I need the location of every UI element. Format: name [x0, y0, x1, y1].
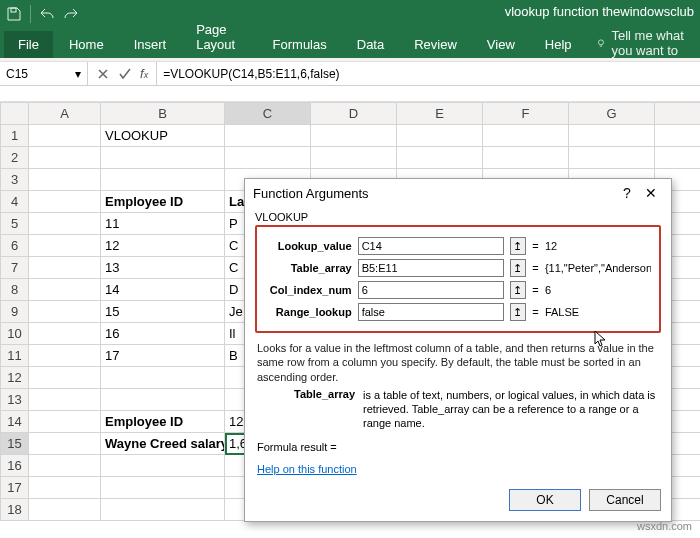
row-8[interactable]: 8	[1, 279, 29, 301]
cell-B1[interactable]: VLOOKUP	[101, 125, 225, 147]
formula-result: Formula result =	[257, 441, 659, 453]
arg-result-range-lookup: FALSE	[545, 306, 651, 318]
row-5[interactable]: 5	[1, 213, 29, 235]
close-icon[interactable]: ✕	[639, 185, 663, 201]
arguments-box: Lookup_value ↥ = 12 Table_array ↥ = {11,…	[255, 225, 661, 333]
arg-label-col-index: Col_index_num	[265, 284, 352, 296]
col-A[interactable]: A	[29, 103, 101, 125]
tab-file[interactable]: File	[4, 31, 53, 58]
formula-text: =VLOOKUP(C14,B5:E11,6,false)	[163, 67, 339, 81]
help-link[interactable]: Help on this function	[257, 463, 357, 475]
cell-B6[interactable]: 12	[101, 235, 225, 257]
param-name: Table_array	[257, 388, 355, 431]
col-G[interactable]: G	[569, 103, 655, 125]
arg-label-lookup-value: Lookup_value	[265, 240, 352, 252]
row-15[interactable]: 15	[1, 433, 29, 455]
function-description: Looks for a value in the leftmost column…	[257, 341, 659, 384]
col-D[interactable]: D	[311, 103, 397, 125]
ok-button[interactable]: OK	[509, 489, 581, 511]
range-picker-icon[interactable]: ↥	[510, 281, 526, 299]
cell-B15[interactable]: Wayne Creed salary	[101, 433, 225, 455]
cell-B10[interactable]: 16	[101, 323, 225, 345]
ribbon-tabs: File Home Insert Page Layout Formulas Da…	[0, 28, 700, 58]
row-13[interactable]: 13	[1, 389, 29, 411]
arg-result-lookup-value: 12	[545, 240, 651, 252]
tab-insert[interactable]: Insert	[120, 31, 181, 58]
arg-result-table-array: {11,"Peter","Anderson",77030;12,"Cree	[545, 262, 651, 274]
dialog-title: Function Arguments	[253, 186, 369, 201]
col-C[interactable]: C	[225, 103, 311, 125]
arg-input-range-lookup[interactable]	[358, 303, 504, 321]
arg-result-col-index: 6	[545, 284, 651, 296]
row-17[interactable]: 17	[1, 477, 29, 499]
window-title: vlookup function thewindowsclub	[505, 4, 694, 19]
name-box-value: C15	[6, 67, 28, 81]
row-2[interactable]: 2	[1, 147, 29, 169]
row-3[interactable]: 3	[1, 169, 29, 191]
tab-data[interactable]: Data	[343, 31, 398, 58]
undo-icon[interactable]	[39, 6, 55, 22]
param-text: is a table of text, numbers, or logical …	[363, 388, 659, 431]
cell-B9[interactable]: 15	[101, 301, 225, 323]
dialog-titlebar[interactable]: Function Arguments ? ✕	[245, 179, 671, 207]
col-E[interactable]: E	[397, 103, 483, 125]
save-icon[interactable]	[6, 6, 22, 22]
formula-input[interactable]: =VLOOKUP(C14,B5:E11,6,false)	[157, 62, 700, 85]
bulb-icon	[596, 35, 606, 51]
arg-label-range-lookup: Range_lookup	[265, 306, 352, 318]
svg-rect-0	[11, 8, 16, 12]
row-1[interactable]: 1	[1, 125, 29, 147]
row-18[interactable]: 18	[1, 499, 29, 521]
row-10[interactable]: 10	[1, 323, 29, 345]
range-picker-icon[interactable]: ↥	[510, 237, 526, 255]
cancel-button[interactable]: Cancel	[589, 489, 661, 511]
tab-view[interactable]: View	[473, 31, 529, 58]
formula-bar: C15 ▾ fx =VLOOKUP(C14,B5:E11,6,false)	[0, 62, 700, 86]
tab-help[interactable]: Help	[531, 31, 586, 58]
cell-B7[interactable]: 13	[101, 257, 225, 279]
col-B[interactable]: B	[101, 103, 225, 125]
accept-formula-icon[interactable]	[118, 67, 132, 81]
row-7[interactable]: 7	[1, 257, 29, 279]
col-F[interactable]: F	[483, 103, 569, 125]
row-4[interactable]: 4	[1, 191, 29, 213]
cancel-formula-icon[interactable]	[96, 67, 110, 81]
chevron-down-icon[interactable]: ▾	[75, 67, 81, 81]
row-6[interactable]: 6	[1, 235, 29, 257]
tell-me-label: Tell me what you want to	[612, 28, 701, 58]
arg-label-table-array: Table_array	[265, 262, 352, 274]
col-H[interactable]	[655, 103, 701, 125]
arg-input-table-array[interactable]	[358, 259, 504, 277]
row-9[interactable]: 9	[1, 301, 29, 323]
tab-formulas[interactable]: Formulas	[259, 31, 341, 58]
range-picker-icon[interactable]: ↥	[510, 259, 526, 277]
arg-input-col-index[interactable]	[358, 281, 504, 299]
cell-B11[interactable]: 17	[101, 345, 225, 367]
cell-B5[interactable]: 11	[101, 213, 225, 235]
redo-icon[interactable]	[63, 6, 79, 22]
range-picker-icon[interactable]: ↥	[510, 303, 526, 321]
row-16[interactable]: 16	[1, 455, 29, 477]
tell-me-search[interactable]: Tell me what you want to	[596, 28, 700, 58]
tab-review[interactable]: Review	[400, 31, 471, 58]
function-arguments-dialog: Function Arguments ? ✕ VLOOKUP Lookup_va…	[244, 178, 672, 522]
row-14[interactable]: 14	[1, 411, 29, 433]
function-name: VLOOKUP	[255, 211, 661, 223]
tab-home[interactable]: Home	[55, 31, 118, 58]
watermark: wsxdn.com	[637, 520, 692, 532]
dialog-help-icon[interactable]: ?	[615, 185, 639, 201]
cell-B4[interactable]: Employee ID	[101, 191, 225, 213]
row-12[interactable]: 12	[1, 367, 29, 389]
name-box[interactable]: C15 ▾	[0, 62, 88, 85]
arg-input-lookup-value[interactable]	[358, 237, 504, 255]
svg-point-1	[598, 40, 603, 45]
tab-page-layout[interactable]: Page Layout	[182, 16, 256, 58]
fx-icon[interactable]: fx	[140, 66, 148, 81]
cell-B8[interactable]: 14	[101, 279, 225, 301]
row-11[interactable]: 11	[1, 345, 29, 367]
quick-access-toolbar: vlookup function thewindowsclub	[0, 0, 700, 28]
cell-B14[interactable]: Employee ID	[101, 411, 225, 433]
